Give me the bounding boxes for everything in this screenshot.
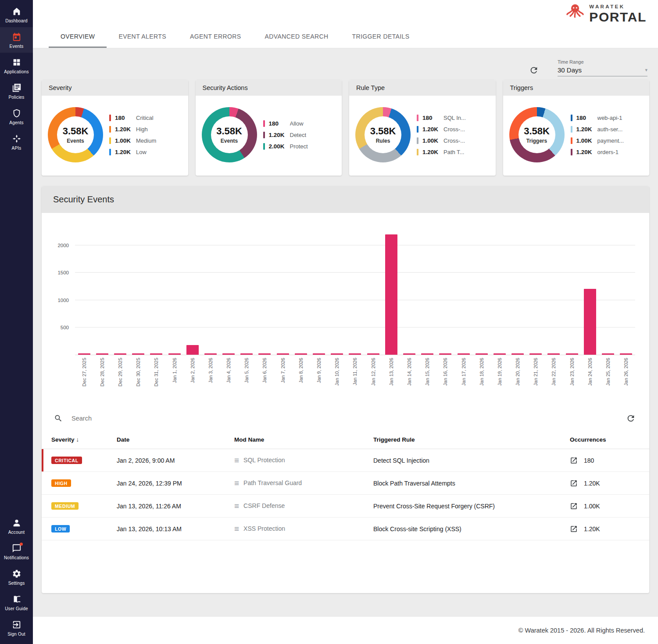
open-in-new-icon[interactable] [570,502,578,510]
x-axis-label: Jan 15, 2026 [425,358,430,386]
table-row[interactable]: MEDIUM Jan 13, 2026, 11:26 AM ≡CSRF Defe… [42,495,649,518]
sidebar-item-dashboard[interactable]: Dashboard [0,2,33,27]
bar-dec-31-2025[interactable] [150,353,162,355]
sidebar-item-agents[interactable]: Agents [0,104,33,129]
bar-jan-9-2026[interactable] [313,353,325,355]
octopus-logo-icon [565,3,585,22]
bar-dec-29-2025[interactable] [114,353,126,355]
bar-jan-16-2026[interactable] [439,353,451,355]
bar-jan-18-2026[interactable] [476,353,488,355]
sidebar-item-label: Agents [9,120,23,125]
sidebar-item-policies[interactable]: Policies [0,78,33,104]
table-row[interactable]: HIGH Jan 24, 2026, 12:39 PM ≡Path Traver… [42,472,649,495]
x-axis-label: Jan 24, 2026 [587,358,593,386]
x-axis-label: Jan 7, 2026 [280,358,286,383]
table-row[interactable]: CRITICAL Jan 2, 2026, 9:00 AM ≡SQL Prote… [42,449,649,472]
table-refresh-button[interactable] [625,412,637,425]
sidebar-item-notifications[interactable]: Notifications [0,539,33,564]
legend-item: 1.00K Medium [109,137,156,144]
open-in-new-icon[interactable] [570,479,578,487]
bar-jan-12-2026[interactable] [367,353,379,355]
bar-jan-7-2026[interactable] [277,353,289,355]
bar-jan-26-2026[interactable] [620,353,632,355]
triggered-rule-cell: Block Cross-site Scripting (XSS) [366,518,563,540]
donut-total: 3.58K [63,126,89,137]
sidebar-item-applications[interactable]: Applications [0,53,33,78]
column-header-mod-name[interactable]: Mod Name [227,430,366,449]
bar-jan-24-2026[interactable] [584,289,596,355]
y-axis-tick: 1000 [57,298,69,303]
legend-marker [109,137,111,144]
time-range-select[interactable]: Time Range 30 Days ▾ [558,59,647,76]
bar-dec-27-2025[interactable] [78,353,90,355]
bar-jan-6-2026[interactable] [258,353,271,355]
triggered-rule-cell: Block Path Traversal Attempts [366,472,563,495]
legend-value: 180 [269,120,290,127]
bar-jan-17-2026[interactable] [458,353,470,355]
sidebar-item-sign-out[interactable]: Sign Out [0,615,33,640]
bar-jan-15-2026[interactable] [421,353,433,355]
legend-marker [109,115,111,121]
column-header-severity[interactable]: Severity ↓ [42,430,110,449]
tab-trigger-details[interactable]: TRIGGER DETAILS [340,26,422,48]
bar-jan-22-2026[interactable] [547,353,560,355]
sidebar-item-settings[interactable]: Settings [0,564,33,590]
donut-chart-triggers: 3.58K Triggers [509,107,565,162]
bar-jan-2-2026[interactable] [186,345,199,355]
bar-jan-8-2026[interactable] [295,353,307,355]
refresh-button[interactable] [528,64,540,76]
security-events-chart: 500 1000 1500 2000 [42,213,649,402]
legend-marker [263,143,265,150]
bar-jan-25-2026[interactable] [602,353,614,355]
bar-jan-19-2026[interactable] [494,353,506,355]
sidebar-item-user-guide[interactable]: User Guide [0,590,33,615]
card-severity: Severity 3.58K Events 180 Critical 1.20K… [42,80,188,176]
bar-jan-20-2026[interactable] [511,353,524,355]
x-axis-label: Jan 20, 2026 [515,358,520,386]
bar-jan-23-2026[interactable] [566,353,578,355]
bar-jan-1-2026[interactable] [168,353,181,355]
policies-icon [12,83,21,93]
column-header-triggered-rule[interactable]: Triggered Rule [366,430,563,449]
bar-dec-30-2025[interactable] [132,353,144,355]
bar-jan-11-2026[interactable] [349,353,361,355]
bar-jan-4-2026[interactable] [222,353,235,355]
bar-dec-28-2025[interactable] [96,353,108,355]
time-range-label: Time Range [558,59,647,65]
bar-jan-14-2026[interactable] [403,353,415,355]
occurrences-cell: 1.20K [563,472,649,495]
bar-jan-10-2026[interactable] [331,353,343,355]
sidebar-item-apis[interactable]: APIs [0,129,33,155]
bar-jan-5-2026[interactable] [240,353,253,355]
legend-label: Cross-... [443,126,465,133]
open-in-new-icon[interactable] [570,525,578,533]
legend-label: Allow [290,120,304,127]
table-row[interactable]: LOW Jan 13, 2026, 10:13 AM ≡XSS Protecti… [42,518,649,540]
tab-overview[interactable]: OVERVIEW [49,26,107,48]
legend-label: Detect [290,132,307,138]
card-triggers: Triggers 3.58K Triggers 180 web-api-1 1.… [503,80,650,176]
search-input[interactable] [72,415,616,422]
open-in-new-icon[interactable] [570,457,578,464]
sidebar-item-account[interactable]: Account [0,513,33,539]
legend-item: 1.00K payment... [571,137,624,144]
bar-jan-21-2026[interactable] [529,353,542,355]
tab-advanced-search[interactable]: ADVANCED SEARCH [253,26,340,48]
occurrences-cell: 180 [563,449,649,472]
legend-marker [571,137,572,144]
column-header-date[interactable]: Date [110,430,227,449]
legend-item: 1.20K High [109,126,156,133]
column-header-occurrences[interactable]: Occurrences [563,430,649,449]
sort-desc-icon[interactable]: ↓ [76,436,79,443]
sidebar-item-events[interactable]: Events [0,27,33,53]
x-axis-label: Dec 27, 2025 [82,358,87,386]
y-axis-tick: 1500 [57,270,69,275]
tab-agent-errors[interactable]: AGENT ERRORS [178,26,253,48]
bar-jan-13-2026[interactable] [385,234,397,355]
legend-marker [263,120,265,127]
donut-total-label: Events [221,138,238,144]
copyright-text: © Waratek 2015 - 2026. All Rights Reserv… [519,627,645,634]
tab-event-alerts[interactable]: EVENT ALERTS [107,26,178,48]
bar-jan-3-2026[interactable] [204,353,217,355]
sidebar-nav-bottom: Account Notifications Settings User Guid… [0,513,33,640]
